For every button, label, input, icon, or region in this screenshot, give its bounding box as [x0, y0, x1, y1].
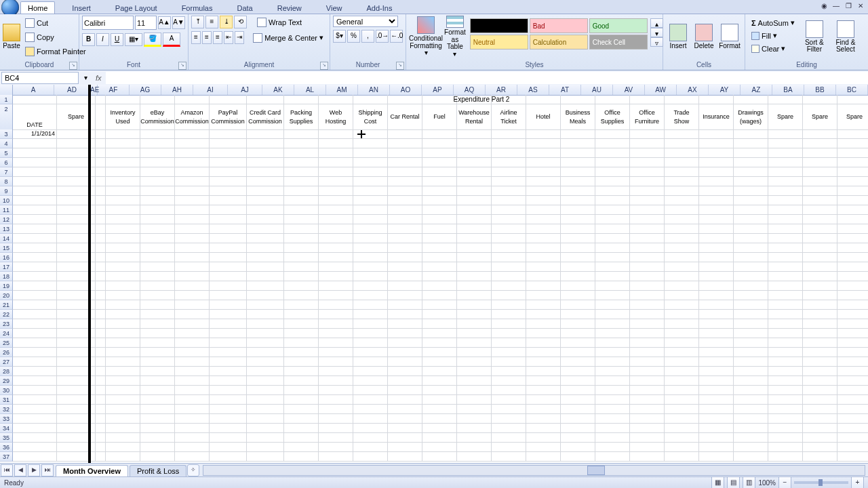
cell[interactable] — [768, 376, 803, 386]
cell[interactable] — [353, 376, 388, 386]
cell[interactable] — [803, 357, 837, 367]
cell[interactable] — [768, 433, 803, 443]
cell[interactable] — [247, 319, 284, 329]
row-header[interactable]: 21 — [0, 300, 13, 310]
cell[interactable] — [319, 376, 353, 386]
formula-input[interactable] — [106, 72, 868, 84]
cell[interactable] — [13, 272, 57, 281]
tab-formulas[interactable]: Formulas — [174, 1, 220, 14]
cell[interactable] — [595, 319, 630, 329]
cell[interactable] — [319, 443, 353, 452]
cell[interactable] — [422, 433, 457, 443]
cell[interactable] — [734, 376, 768, 386]
cell[interactable] — [422, 319, 457, 329]
cell[interactable]: Credit Card Commission — [247, 104, 284, 130]
cell[interactable] — [457, 329, 492, 338]
cell[interactable] — [247, 196, 284, 205]
cell[interactable] — [96, 272, 106, 281]
style-more[interactable]: ▿ — [650, 37, 663, 47]
cell[interactable]: Warehouse Rental — [457, 104, 492, 130]
row-header[interactable]: 33 — [0, 414, 13, 424]
cell[interactable] — [353, 139, 388, 148]
cell[interactable] — [210, 291, 247, 300]
cell[interactable] — [457, 186, 492, 196]
cell[interactable] — [388, 281, 422, 291]
format-cells-button[interactable]: Format — [717, 16, 742, 58]
cell[interactable] — [768, 243, 803, 253]
cell[interactable] — [353, 348, 388, 357]
cell[interactable] — [140, 395, 175, 405]
cell[interactable]: Spare — [837, 104, 868, 130]
cell[interactable] — [175, 424, 210, 433]
cell[interactable] — [247, 291, 284, 300]
cell[interactable] — [837, 139, 868, 148]
cell[interactable]: Inventory Used — [106, 104, 140, 130]
cell[interactable] — [492, 291, 526, 300]
cell[interactable] — [768, 215, 803, 224]
cell[interactable] — [319, 414, 353, 424]
new-sheet-button[interactable]: ✧ — [187, 464, 199, 476]
cell[interactable] — [422, 129, 457, 139]
sheet-tab-month-overview[interactable]: Month Overview — [56, 465, 128, 476]
cell[interactable] — [630, 243, 665, 253]
cell[interactable]: Web Hosting — [319, 104, 353, 130]
cell[interactable] — [13, 253, 57, 262]
cell[interactable] — [768, 291, 803, 300]
cell[interactable] — [175, 433, 210, 443]
cell[interactable] — [595, 215, 630, 224]
cell[interactable] — [210, 367, 247, 376]
cell[interactable] — [768, 424, 803, 433]
cell[interactable] — [595, 281, 630, 291]
cell[interactable] — [595, 376, 630, 386]
cell[interactable] — [768, 262, 803, 272]
cell[interactable] — [665, 158, 699, 167]
cell[interactable] — [768, 414, 803, 424]
cell[interactable]: Spare — [803, 104, 837, 130]
row-header[interactable]: 27 — [0, 357, 13, 367]
cell[interactable] — [13, 243, 57, 253]
alignment-dialog-launcher[interactable]: ↘ — [320, 62, 328, 70]
cell[interactable] — [492, 300, 526, 310]
cell[interactable] — [175, 357, 210, 367]
cell[interactable] — [175, 186, 210, 196]
cell[interactable] — [388, 433, 422, 443]
cell[interactable] — [247, 158, 284, 167]
cell[interactable] — [210, 348, 247, 357]
sheet-nav-first[interactable]: ⏮ — [1, 464, 13, 476]
cell[interactable] — [247, 310, 284, 319]
cell[interactable] — [284, 234, 319, 243]
cell[interactable] — [561, 300, 595, 310]
cell[interactable] — [96, 243, 106, 253]
row-header[interactable]: 6 — [0, 158, 13, 167]
cell[interactable] — [13, 338, 57, 348]
cell[interactable] — [699, 319, 734, 329]
cell[interactable] — [388, 95, 422, 104]
column-header-AK[interactable]: AK — [262, 85, 294, 95]
cell[interactable] — [837, 262, 868, 272]
cell[interactable] — [699, 348, 734, 357]
hscroll-thumb[interactable] — [587, 466, 605, 475]
border-button[interactable]: ▦▾ — [125, 33, 142, 46]
cell[interactable] — [803, 319, 837, 329]
cell[interactable] — [13, 424, 57, 433]
cell[interactable] — [96, 319, 106, 329]
cell[interactable] — [526, 414, 561, 424]
cell[interactable] — [13, 395, 57, 405]
cell[interactable] — [665, 167, 699, 177]
cell[interactable] — [422, 196, 457, 205]
cell[interactable] — [561, 234, 595, 243]
cell[interactable] — [526, 262, 561, 272]
cell[interactable] — [768, 329, 803, 338]
cell[interactable] — [595, 310, 630, 319]
cell[interactable] — [175, 452, 210, 462]
cell[interactable] — [457, 405, 492, 414]
cell[interactable] — [803, 338, 837, 348]
cell[interactable] — [175, 367, 210, 376]
cell[interactable] — [175, 414, 210, 424]
font-size-input[interactable] — [135, 16, 157, 30]
cell[interactable] — [13, 433, 57, 443]
cell[interactable] — [457, 395, 492, 405]
cell[interactable] — [768, 158, 803, 167]
cell[interactable] — [665, 329, 699, 338]
cell[interactable] — [140, 262, 175, 272]
